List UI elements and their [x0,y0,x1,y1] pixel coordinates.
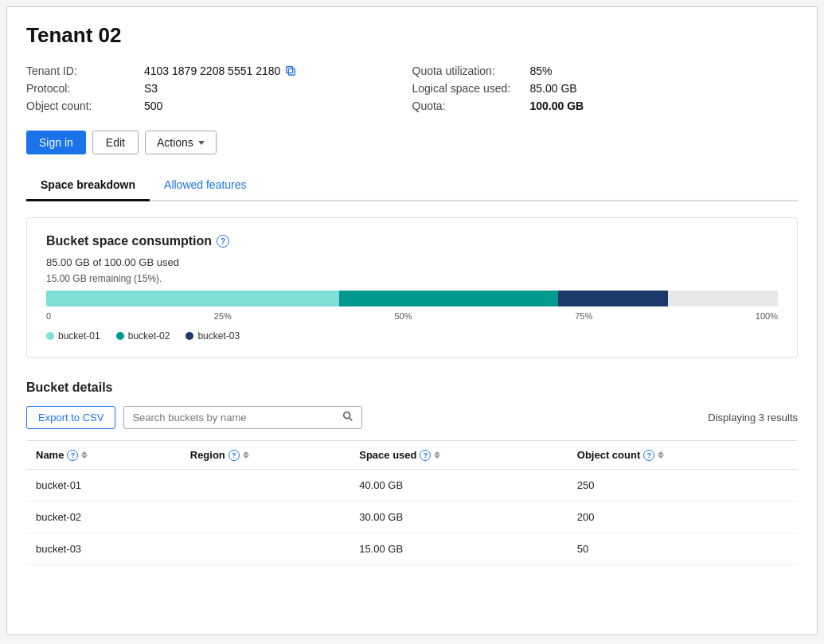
actions-label: Actions [157,136,193,149]
cell-space-used: 40.00 GB [350,470,568,502]
col-objcount-help-icon[interactable]: ? [643,450,654,461]
col-region-help-icon[interactable]: ? [228,450,240,461]
cell-region [181,533,350,565]
legend: bucket-01 bucket-02 bucket-03 [46,330,778,342]
signin-button[interactable]: Sign in [26,131,86,154]
label-50: 50% [394,311,412,321]
label-100: 100% [756,311,778,321]
bucket-toolbar: Export to CSV Displaying 3 results [26,406,798,429]
quota-value: 100.00 GB [530,100,584,112]
card-title-text: Bucket space consumption [46,234,212,248]
segment-bucket-03 [558,291,668,306]
page-title: Tenant 02 [26,23,798,48]
table-header-row: Name ? Region ? [26,441,798,470]
col-space-label: Space used [359,449,416,461]
label-75: 75% [575,311,592,321]
remaining-text: 15.00 GB remaining (15%). [46,273,778,284]
col-name-label: Name [36,449,64,461]
col-header-name: Name ? [26,441,181,470]
object-count-row: Object count: 500 [26,97,412,115]
cell-region [181,502,350,533]
search-input[interactable] [132,412,338,423]
actions-bar: Sign in Edit Actions [26,131,798,154]
cell-space-used: 15.00 GB [350,533,568,565]
table-row: bucket-03 15.00 GB 50 [26,533,798,565]
col-space-sort[interactable] [434,451,440,459]
col-name-help-icon[interactable]: ? [67,450,78,461]
legend-dot-bucket-01 [46,332,54,340]
cell-object-count: 50 [568,533,798,565]
logical-space-row: Logical space used: 85.00 GB [412,80,799,97]
col-region-label: Region [190,449,225,461]
info-col-left: Tenant ID: 4103 1879 2208 5551 2180 Prot… [26,62,412,115]
col-region-sort[interactable] [243,451,249,459]
bucket-table: Name ? Region ? [26,440,798,565]
label-0: 0 [46,311,51,321]
sort-up-icon [658,451,664,455]
legend-item-bucket-02: bucket-02 [116,330,170,342]
info-grid: Tenant ID: 4103 1879 2208 5551 2180 Prot… [26,62,798,115]
search-box [123,406,362,429]
svg-point-2 [344,412,350,419]
cell-name: bucket-01 [26,470,181,502]
cell-space-used: 30.00 GB [350,502,568,533]
col-name-sort[interactable] [81,451,88,459]
quota-row: Quota: 100.00 GB [412,97,799,115]
legend-dot-bucket-02 [116,332,124,340]
info-col-right: Quota utilization: 85% Logical space use… [412,62,799,115]
col-objcount-sort[interactable] [658,451,664,459]
cell-region [181,470,350,502]
progress-labels: 0 25% 50% 75% 100% [46,311,778,321]
object-count-value: 500 [144,100,162,112]
legend-item-bucket-01: bucket-01 [46,330,100,342]
export-csv-button[interactable]: Export to CSV [26,406,115,429]
tenant-id-row: Tenant ID: 4103 1879 2208 5551 2180 [26,62,412,80]
protocol-label: Protocol: [26,82,138,95]
label-25: 25% [214,311,232,321]
bucket-table-body: bucket-01 40.00 GB 250 bucket-02 30.00 G… [26,470,798,565]
card-title: Bucket space consumption ? [46,234,778,248]
tenant-id-label: Tenant ID: [26,64,138,77]
cell-object-count: 250 [568,470,798,502]
quota-util-label: Quota utilization: [412,64,524,77]
protocol-row: Protocol: S3 [26,80,412,97]
copy-icon[interactable] [285,65,296,76]
table-row: bucket-01 40.00 GB 250 [26,470,798,502]
edit-button[interactable]: Edit [92,131,139,154]
help-icon[interactable]: ? [217,235,229,248]
svg-line-3 [350,418,353,421]
chevron-down-icon [198,141,205,145]
legend-label-bucket-03: bucket-03 [197,330,240,342]
cell-object-count: 200 [568,502,798,533]
col-header-space-used: Space used ? [350,441,568,470]
object-count-label: Object count: [26,100,138,112]
segment-bucket-02 [339,291,559,306]
search-icon [342,411,353,424]
sort-down-icon [658,455,664,459]
legend-label-bucket-02: bucket-02 [128,330,170,342]
col-space-help-icon[interactable]: ? [420,450,431,461]
col-objcount-label: Object count [577,449,640,461]
actions-dropdown-button[interactable]: Actions [145,131,217,154]
legend-dot-bucket-03 [185,332,193,340]
bucket-details-section: Bucket details Export to CSV Displaying … [26,381,798,565]
bucket-toolbar-left: Export to CSV [26,406,362,429]
logical-space-label: Logical space used: [412,82,524,95]
protocol-value: S3 [144,82,158,95]
col-header-object-count: Object count ? [568,441,798,470]
col-header-region: Region ? [181,441,350,470]
sort-up-icon [434,451,440,455]
sort-down-icon [243,455,249,459]
tenant-id-value: 4103 1879 2208 5551 2180 [144,64,280,77]
quota-util-value: 85% [530,64,553,77]
logical-space-value: 85.00 GB [530,82,577,95]
svg-rect-0 [289,68,295,75]
table-row: bucket-02 30.00 GB 200 [26,502,798,533]
sort-down-icon [434,455,440,459]
displaying-text: Displaying 3 results [708,412,798,423]
bucket-details-title: Bucket details [26,381,798,395]
cell-name: bucket-03 [26,533,181,565]
quota-label: Quota: [412,100,524,112]
tab-allowed-features[interactable]: Allowed features [150,170,261,201]
tab-space-breakdown[interactable]: Space breakdown [26,170,150,201]
